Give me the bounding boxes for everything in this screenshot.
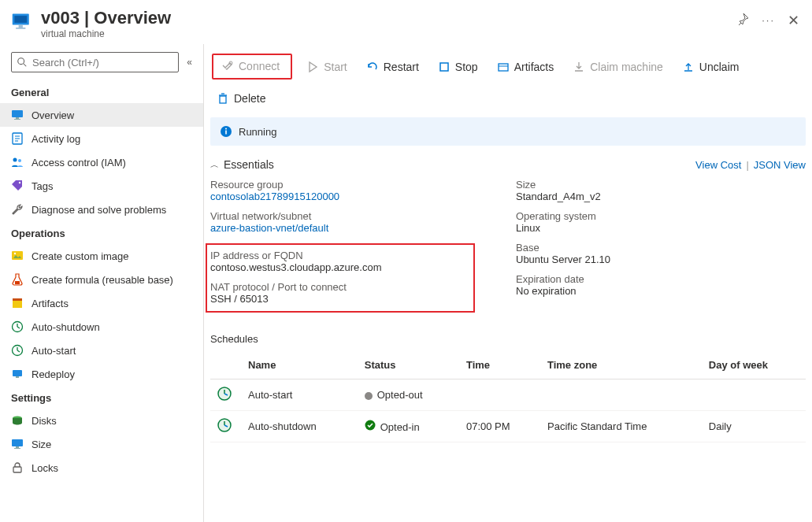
essentials-toggle[interactable]: ︿ Essentials xyxy=(210,158,274,171)
resource-group-label: Resource group xyxy=(210,179,500,191)
svg-rect-29 xyxy=(16,376,19,378)
sidebar-item-auto-start[interactable]: Auto-start xyxy=(0,339,203,362)
connect-button[interactable]: Connect xyxy=(217,57,284,76)
table-row[interactable]: Auto-shutdown Opted-in 07:00 PM Pacific … xyxy=(210,411,806,442)
restart-button[interactable]: Restart xyxy=(362,57,424,76)
tag-icon xyxy=(11,180,24,192)
svg-rect-32 xyxy=(16,446,19,448)
more-icon[interactable]: ··· xyxy=(762,14,775,26)
sidebar-item-label: Locks xyxy=(32,462,58,474)
info-icon xyxy=(220,125,232,138)
svg-rect-7 xyxy=(16,117,19,119)
svg-rect-2 xyxy=(19,25,23,28)
sidebar-item-label: Size xyxy=(32,439,51,450)
row-time: 07:00 PM xyxy=(460,411,541,442)
svg-point-14 xyxy=(18,159,21,162)
sidebar-item-label: Redeploy xyxy=(32,368,75,380)
search-input-wrapper[interactable] xyxy=(11,52,179,72)
vnet-label: Virtual network/subnet xyxy=(210,210,500,222)
sidebar-item-create-formula[interactable]: Create formula (reusable base) xyxy=(0,268,203,291)
svg-line-5 xyxy=(24,64,27,67)
unclaim-button[interactable]: Unclaim xyxy=(677,57,744,76)
row-tz: Pacific Standard Time xyxy=(541,411,703,442)
redeploy-icon xyxy=(11,368,24,380)
vnet-value[interactable]: azure-bastion-vnet/default xyxy=(210,222,500,234)
json-view-link[interactable]: JSON View xyxy=(754,159,806,171)
clock-icon xyxy=(217,392,232,404)
svg-rect-19 xyxy=(15,281,20,284)
restart-icon xyxy=(366,61,379,73)
row-dow xyxy=(703,379,806,411)
svg-rect-20 xyxy=(13,300,22,308)
expiration-label: Expiration date xyxy=(516,273,806,285)
svg-rect-40 xyxy=(220,96,226,103)
sidebar-item-disks[interactable]: Disks xyxy=(0,409,203,432)
package-icon xyxy=(11,297,24,309)
nat-value: SSH / 65013 xyxy=(210,293,465,305)
delete-button[interactable]: Delete xyxy=(212,89,270,108)
resource-group-value[interactable]: contosolab21789915120000 xyxy=(210,191,500,202)
status-text: Running xyxy=(239,126,276,138)
search-icon xyxy=(17,57,28,68)
row-name: Auto-shutdown xyxy=(242,411,358,442)
sidebar-item-artifacts[interactable]: Artifacts xyxy=(0,291,203,315)
svg-rect-37 xyxy=(440,63,448,71)
sidebar-item-label: Create formula (reusable base) xyxy=(32,274,173,286)
view-cost-link[interactable]: View Cost xyxy=(695,159,741,171)
sidebar-item-label: Auto-shutdown xyxy=(32,321,100,333)
col-status: Status xyxy=(358,351,460,379)
stop-button[interactable]: Stop xyxy=(433,57,483,76)
base-label: Base xyxy=(516,242,806,254)
stop-icon xyxy=(438,61,450,73)
table-row[interactable]: Auto-start Opted-out xyxy=(210,379,806,411)
claim-button[interactable]: Claim machine xyxy=(568,57,668,76)
artifacts-button[interactable]: Artifacts xyxy=(492,57,559,76)
sidebar-item-create-custom-image[interactable]: Create custom image xyxy=(0,244,203,268)
svg-rect-21 xyxy=(13,298,22,301)
connect-icon xyxy=(221,60,234,72)
sidebar-item-size[interactable]: Size xyxy=(0,432,203,456)
sidebar-item-tags[interactable]: Tags xyxy=(0,174,203,198)
svg-rect-6 xyxy=(12,110,23,117)
sidebar-item-iam[interactable]: Access control (IAM) xyxy=(0,150,203,174)
nat-label: NAT protocol / Port to connect xyxy=(210,281,465,293)
schedules-table: Name Status Time Time zone Day of week A… xyxy=(210,351,806,442)
people-icon xyxy=(11,156,24,168)
sidebar-item-label: Artifacts xyxy=(32,298,69,309)
sidebar-item-activity-log[interactable]: Activity log xyxy=(0,127,203,150)
status-banner: Running xyxy=(210,117,806,146)
close-icon[interactable]: ✕ xyxy=(788,13,799,28)
log-icon xyxy=(11,132,24,145)
start-button[interactable]: Start xyxy=(302,57,352,76)
nav-group-general: General xyxy=(0,80,203,103)
sidebar-item-redeploy[interactable]: Redeploy xyxy=(0,362,203,386)
sidebar-item-overview[interactable]: Overview xyxy=(0,103,203,127)
svg-rect-1 xyxy=(14,16,27,23)
pin-icon[interactable] xyxy=(736,13,749,28)
os-value: Linux xyxy=(516,222,806,234)
image-icon xyxy=(11,250,24,262)
svg-rect-3 xyxy=(16,28,25,29)
collapse-sidebar-icon[interactable]: « xyxy=(184,54,195,71)
page-title: v003 | Overview xyxy=(41,8,736,28)
sidebar-item-locks[interactable]: Locks xyxy=(0,456,203,479)
svg-point-13 xyxy=(13,158,17,162)
flask-icon xyxy=(11,273,24,286)
svg-rect-28 xyxy=(13,370,22,376)
os-label: Operating system xyxy=(516,210,806,222)
sidebar-item-label: Activity log xyxy=(32,133,80,145)
sidebar-item-auto-shutdown[interactable]: Auto-shutdown xyxy=(0,315,203,339)
sidebar-item-diagnose[interactable]: Diagnose and solve problems xyxy=(0,198,203,221)
col-timezone: Time zone xyxy=(541,351,703,379)
sidebar-item-label: Tags xyxy=(32,180,53,192)
nav-group-operations: Operations xyxy=(0,221,203,244)
wrench-icon xyxy=(11,203,24,216)
row-status: Opted-in xyxy=(380,421,420,433)
search-input[interactable] xyxy=(32,57,173,68)
col-time: Time xyxy=(460,351,541,379)
expiration-value: No expiration xyxy=(516,285,806,297)
vm-icon xyxy=(11,11,33,33)
sidebar-item-label: Disks xyxy=(32,415,57,427)
ip-value: contoso.westus3.cloudapp.azure.com xyxy=(210,261,465,273)
svg-rect-33 xyxy=(14,448,20,449)
